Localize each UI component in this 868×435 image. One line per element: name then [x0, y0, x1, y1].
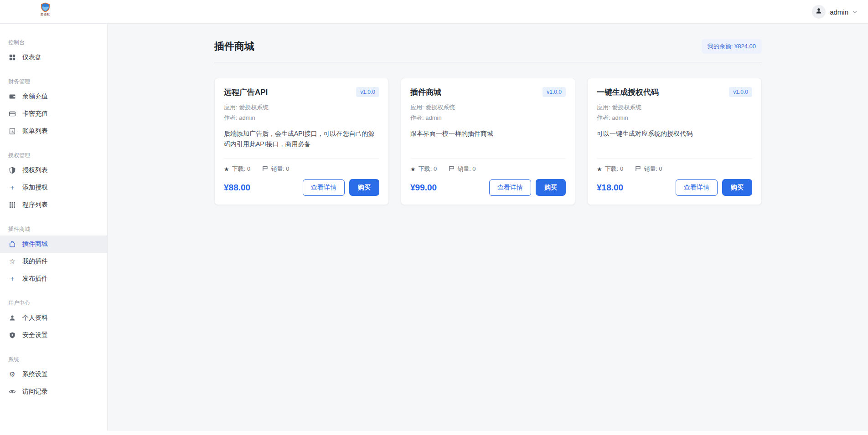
- star-icon: ★: [410, 166, 416, 172]
- sidebar-item-balance-recharge[interactable]: 余额充值: [0, 88, 107, 105]
- sidebar-item-dashboard[interactable]: 仪表盘: [0, 49, 107, 66]
- sidebar-section-items: 个人资料 安全设置: [0, 309, 107, 344]
- sidebar-item-security-settings[interactable]: 安全设置: [0, 327, 107, 344]
- plugin-card: 插件商城 v1.0.0 应用: 爱授权系统 作者: admin 跟本界面一模一样…: [401, 78, 575, 205]
- flag-icon: [449, 165, 455, 173]
- sidebar-section-items: 授权列表 ＋ 添加授权 程序列表: [0, 162, 107, 214]
- app-logo: 爱授权: [38, 2, 52, 16]
- logo-text: 爱授权: [38, 13, 52, 16]
- sidebar-item-label: 添加授权: [22, 184, 48, 192]
- sidebar-item-plugin-market[interactable]: 插件商城: [0, 235, 107, 253]
- sales-text: 销量: 0: [271, 165, 289, 173]
- sidebar-item-label: 安全设置: [22, 331, 48, 339]
- plugin-version-badge: v1.0.0: [729, 87, 752, 97]
- sidebar-item-card-recharge[interactable]: 卡密充值: [0, 105, 107, 123]
- star-icon: ★: [224, 166, 229, 172]
- sidebar-section-items: ⚙ 系统设置 访问记录: [0, 366, 107, 400]
- sales-text: 销量: 0: [457, 165, 475, 173]
- downloads-text: 下载: 0: [232, 165, 250, 173]
- plugin-version-badge: v1.0.0: [542, 87, 566, 97]
- plugin-description: 可以一键生成对应系统的授权代码: [597, 128, 752, 149]
- downloads-stat: ★ 下载: 0: [410, 165, 437, 173]
- plugin-card: 一键生成授权代码 v1.0.0 应用: 爱授权系统 作者: admin 可以一键…: [587, 78, 762, 205]
- sidebar-section-label: 控制台: [0, 39, 107, 46]
- title-divider: [214, 62, 762, 62]
- sidebar-item-label: 我的插件: [22, 257, 48, 266]
- sidebar-section: 授权管理 授权列表 ＋ 添加授权 程序列表: [0, 152, 107, 214]
- sidebar-item-label: 授权列表: [22, 166, 48, 174]
- avatar[interactable]: [812, 5, 826, 19]
- sidebar-section: 控制台 仪表盘: [0, 39, 107, 66]
- downloads-stat: ★ 下载: 0: [224, 165, 250, 173]
- plugin-price: ¥99.00: [410, 183, 437, 193]
- plugin-price: ¥88.00: [224, 183, 250, 193]
- sales-stat: 销量: 0: [635, 165, 662, 173]
- shield-icon: [8, 166, 16, 174]
- sidebar-item-label: 个人资料: [22, 314, 48, 322]
- downloads-text: 下载: 0: [605, 165, 623, 173]
- view-details-button[interactable]: 查看详情: [489, 179, 531, 196]
- sidebar-item-label: 卡密充值: [22, 110, 48, 118]
- plugin-name: 插件商城: [410, 87, 441, 98]
- sidebar-item-system-settings[interactable]: ⚙ 系统设置: [0, 366, 107, 383]
- page-header-row: 插件商城 我的余额: ¥824.00: [214, 39, 762, 54]
- plugin-description: 跟本界面一模一样的插件商城: [410, 128, 566, 149]
- sidebar-item-label: 仪表盘: [22, 53, 41, 61]
- plugin-cards-row: 远程广告API v1.0.0 应用: 爱授权系统 作者: admin 后端添加广…: [214, 78, 762, 205]
- sidebar-section-items: 仪表盘: [0, 49, 107, 66]
- user-icon: [8, 314, 16, 322]
- sidebar-section-label: 用户中心: [0, 299, 107, 307]
- bill-icon: [8, 127, 16, 135]
- page-title: 插件商城: [214, 40, 254, 53]
- sidebar-item-profile[interactable]: 个人资料: [0, 309, 107, 327]
- buy-button[interactable]: 购买: [349, 179, 379, 196]
- plugin-version-badge: v1.0.0: [356, 87, 379, 97]
- sidebar-section: 插件商城 插件商城 ☆ 我的插件 ＋ 发布插件: [0, 225, 107, 287]
- sales-text: 销量: 0: [644, 165, 662, 173]
- gear-icon: ⚙: [8, 370, 16, 379]
- sidebar-section: 系统 ⚙ 系统设置 访问记录: [0, 356, 107, 400]
- plugin-author: 作者: admin: [597, 113, 752, 123]
- user-menu[interactable]: admin: [812, 0, 857, 24]
- top-header: 爱授权 admin: [0, 0, 868, 24]
- view-details-button[interactable]: 查看详情: [303, 179, 345, 196]
- user-name: admin: [830, 8, 848, 16]
- flag-icon: [635, 165, 641, 173]
- sales-stat: 销量: 0: [449, 165, 475, 173]
- sidebar-section-label: 财务管理: [0, 78, 107, 85]
- person-icon: [815, 7, 822, 16]
- sidebar: 控制台 仪表盘 财务管理 余额充值 卡密充值 账单列表 授权管理 授权列表 ＋ …: [0, 24, 108, 431]
- sidebar-item-label: 系统设置: [22, 370, 48, 379]
- star-icon: ★: [597, 166, 602, 172]
- wallet-icon: [8, 92, 16, 101]
- sidebar-item-label: 发布插件: [22, 275, 48, 283]
- downloads-text: 下载: 0: [418, 165, 437, 173]
- shield-logo-icon: [38, 2, 52, 12]
- main-area: 插件商城 我的余额: ¥824.00 远程广告API v1.0.0 应用: 爱授…: [108, 0, 868, 223]
- plugin-app: 应用: 爱授权系统: [597, 102, 752, 113]
- sidebar-section: 财务管理 余额充值 卡密充值 账单列表: [0, 78, 107, 140]
- plus-icon: ＋: [8, 275, 16, 283]
- plugin-app: 应用: 爱授权系统: [410, 102, 566, 113]
- buy-button[interactable]: 购买: [536, 179, 566, 196]
- star-outline-icon: ☆: [8, 257, 16, 266]
- plugin-price: ¥18.00: [597, 183, 623, 193]
- sidebar-item-auth-list[interactable]: 授权列表: [0, 162, 107, 179]
- plugin-author: 作者: admin: [410, 113, 566, 123]
- credit-card-icon: [8, 110, 16, 118]
- sidebar-item-add-auth[interactable]: ＋ 添加授权: [0, 179, 107, 196]
- sidebar-item-program-list[interactable]: 程序列表: [0, 196, 107, 214]
- buy-button[interactable]: 购买: [722, 179, 752, 196]
- sidebar-item-my-plugins[interactable]: ☆ 我的插件: [0, 253, 107, 270]
- horizontal-scrollbar[interactable]: [0, 431, 868, 435]
- bag-icon: [8, 240, 16, 248]
- sidebar-item-publish-plugin[interactable]: ＋ 发布插件: [0, 270, 107, 287]
- sidebar-section-label: 授权管理: [0, 152, 107, 159]
- plus-icon: ＋: [8, 184, 16, 192]
- eye-icon: [8, 388, 16, 396]
- sidebar-item-access-log[interactable]: 访问记录: [0, 383, 107, 400]
- chevron-down-icon: [852, 10, 857, 14]
- sidebar-item-bill-list[interactable]: 账单列表: [0, 123, 107, 140]
- view-details-button[interactable]: 查看详情: [676, 179, 718, 196]
- sidebar-item-label: 程序列表: [22, 201, 48, 209]
